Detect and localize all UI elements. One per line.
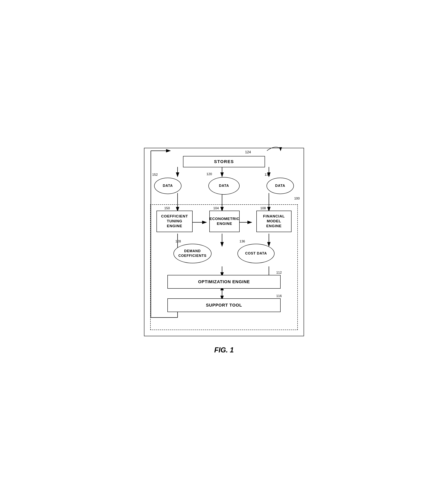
page-container: 124 STORES 152 DATA 120 (136, 140, 312, 354)
data-ellipse-right: DATA (267, 178, 294, 194)
ref-124: 124 (245, 150, 251, 154)
cost-data: COST DATA (237, 244, 275, 263)
ref-112: 112 (276, 271, 282, 275)
support-tool: SUPPORT TOOL (167, 298, 281, 312)
ref-132: 132 (265, 173, 270, 177)
financial-model-label: FINANCIALMODEL ENGINE (259, 214, 289, 228)
ref-136: 136 (239, 239, 245, 243)
optimization-engine-label: OPTIMIZATION ENGINE (198, 279, 250, 284)
ref-108: 108 (260, 206, 266, 210)
data-label-center: DATA (219, 184, 229, 188)
stores-label: STORES (214, 159, 234, 164)
econometric-label: ECONOMETRICENGINE (210, 216, 240, 226)
data-ellipse-center: DATA (208, 177, 240, 195)
financial-model-engine: FINANCIALMODEL ENGINE (256, 211, 292, 232)
ref-152: 152 (152, 173, 158, 177)
outer-box: 124 STORES 152 DATA 120 (144, 148, 304, 336)
ref-128: 128 (175, 239, 181, 243)
ref-150: 150 (164, 206, 170, 210)
coefficient-tuning-engine: COEFFICIENTTUNING ENGINE (156, 211, 192, 232)
coefficient-tuning-label: COEFFICIENTTUNING ENGINE (159, 214, 190, 228)
ref-104: 104 (213, 206, 219, 210)
demand-coefficients-label: DEMANDCOEFFICIENTS (178, 249, 206, 258)
data-label-left: DATA (163, 184, 173, 188)
support-tool-label: SUPPORT TOOL (206, 303, 242, 308)
demand-coefficients: DEMANDCOEFFICIENTS (173, 244, 212, 263)
ref-116: 116 (276, 294, 282, 298)
dashed-box: 150 COEFFICIENTTUNING ENGINE 104 ECONOME… (150, 204, 298, 330)
econometric-engine: ECONOMETRICENGINE (209, 211, 240, 232)
optimization-engine: OPTIMIZATION ENGINE (167, 275, 281, 289)
stores-box: STORES (183, 156, 265, 167)
ref-100: 100 (294, 197, 300, 200)
diagram-area: 124 STORES 152 DATA 120 (140, 140, 308, 340)
cost-data-label: COST DATA (245, 251, 267, 256)
fig-label: FIG. 1 (214, 346, 234, 354)
ref-120: 120 (206, 172, 212, 176)
data-label-right: DATA (275, 184, 285, 188)
data-ellipse-left: DATA (154, 178, 181, 194)
